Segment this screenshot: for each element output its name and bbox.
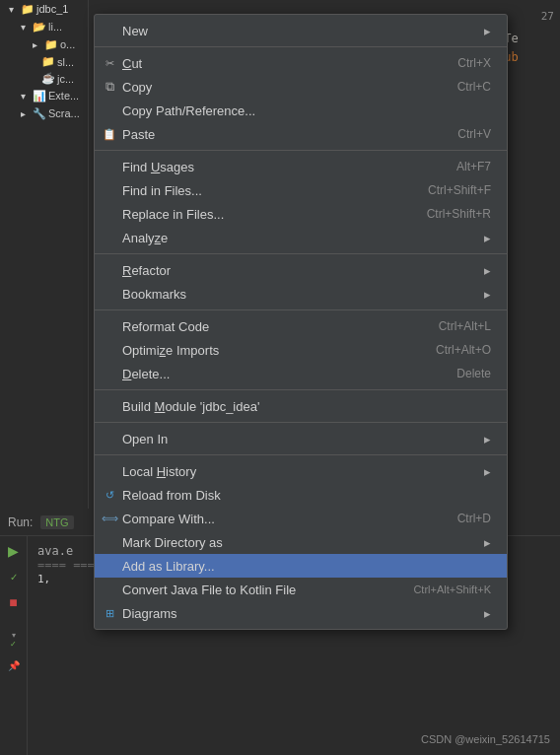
menu-label-local-history: Local History — [122, 464, 196, 479]
arrow-icon-refactor: ▸ — [445, 263, 491, 278]
compare-icon: ⟺ — [101, 510, 118, 527]
tree-item-jc[interactable]: ☕ jc... — [0, 70, 88, 87]
java-output-text: ava.e — [37, 544, 73, 558]
menu-label-analyze: Analyze — [122, 231, 168, 245]
tree-label-exte: Exte... — [48, 90, 79, 102]
menu-item-build-module[interactable]: Build Module 'jdbc_idea' — [95, 394, 507, 418]
shortcut-find-in-files: Ctrl+Shift+F — [388, 183, 491, 197]
menu-item-analyze[interactable]: Analyze ▸ — [95, 226, 507, 249]
tree-label-jdbc1: jdbc_1 — [36, 3, 68, 15]
menu-label-refactor: Refactor — [122, 263, 171, 278]
expand-icon-exte: ▾ — [16, 89, 30, 103]
arrow-icon-mark-directory: ▸ — [445, 535, 491, 550]
menu-item-optimize-imports[interactable]: Optimize Imports Ctrl+Alt+O — [95, 338, 507, 362]
shortcut-paste: Ctrl+V — [418, 127, 491, 141]
expand-icon: ▾ — [4, 2, 18, 16]
menu-label-find-in-files: Find in Files... — [122, 183, 202, 198]
tree-label-jc: jc... — [57, 73, 74, 85]
arrow-icon-bookmarks: ▸ — [445, 287, 491, 302]
tree-item-li[interactable]: ▾ 📂 li... — [0, 18, 88, 35]
shortcut-cut: Ctrl+X — [418, 56, 491, 70]
menu-item-new[interactable]: New ▸ — [95, 19, 507, 42]
diagrams-icon: ⊞ — [101, 604, 118, 622]
paste-icon: 📋 — [101, 125, 118, 143]
menu-label-copy-path: Copy Path/Reference... — [122, 103, 255, 118]
shortcut-compare: Ctrl+D — [418, 512, 491, 525]
menu-label-find-usages: Find Usages — [122, 160, 194, 174]
tree-icon-sl: 📁 — [41, 55, 55, 68]
menu-item-cut[interactable]: ✂ Cut Ctrl+X — [95, 51, 507, 75]
shortcut-find-usages: Alt+F7 — [417, 160, 491, 173]
tree-icon-jc: ☕ — [41, 72, 55, 85]
menu-label-open-in: Open In — [122, 432, 168, 446]
arrow-icon-diagrams: ▸ — [445, 606, 491, 621]
menu-item-replace-in-files[interactable]: Replace in Files... Ctrl+Shift+R — [95, 202, 507, 226]
shortcut-replace-in-files: Ctrl+Shift+R — [387, 207, 491, 221]
cut-icon: ✂ — [101, 54, 118, 72]
tree-label-sl: sl... — [57, 56, 74, 68]
shortcut-convert-java: Ctrl+Alt+Shift+K — [374, 583, 491, 595]
run-button[interactable]: ▶ — [3, 540, 25, 562]
menu-label-copy: Copy — [122, 80, 152, 95]
menu-label-optimize-imports: Optimize Imports — [122, 343, 219, 358]
menu-label-add-library: Add as Library... — [122, 559, 215, 574]
tree-item-o[interactable]: ▸ 📁 o... — [0, 35, 88, 53]
menu-item-local-history[interactable]: Local History ▸ — [95, 459, 507, 483]
menu-item-find-usages[interactable]: Find Usages Alt+F7 — [95, 155, 507, 178]
menu-label-delete: Delete... — [122, 367, 170, 381]
menu-item-delete[interactable]: Delete... Delete — [95, 362, 507, 385]
menu-item-mark-directory[interactable]: Mark Directory as ▸ — [95, 530, 507, 554]
menu-item-bookmarks[interactable]: Bookmarks ▸ — [95, 282, 507, 306]
separator-5 — [95, 389, 507, 390]
menu-item-open-in[interactable]: Open In ▸ — [95, 427, 507, 450]
menu-label-diagrams: Diagrams — [122, 606, 177, 621]
shortcut-reformat: Ctrl+Alt+L — [399, 319, 491, 333]
ntg-badge: NTG — [40, 515, 73, 529]
expand-icon-o: ▸ — [28, 37, 41, 51]
tree-icon-project: 📁 — [21, 3, 35, 16]
tree-item-exte[interactable]: ▾ 📊 Exte... — [0, 87, 88, 104]
arrow-icon-open-in: ▸ — [445, 432, 491, 446]
tree-item-sl[interactable]: 📁 sl... — [0, 53, 88, 70]
shortcut-delete: Delete — [417, 367, 491, 380]
tree-label-o: o... — [60, 38, 75, 50]
menu-item-compare[interactable]: ⟺ Compare With... Ctrl+D — [95, 507, 507, 530]
tree-label-scra: Scra... — [48, 107, 80, 119]
separator-6 — [95, 422, 507, 423]
menu-label-mark-directory: Mark Directory as — [122, 535, 223, 550]
menu-item-add-library[interactable]: Add as Library... — [95, 554, 507, 578]
arrow-icon-new: ▸ — [445, 24, 491, 38]
menu-label-bookmarks: Bookmarks — [122, 287, 186, 302]
menu-item-copy[interactable]: ⧉ Copy Ctrl+C — [95, 75, 507, 99]
menu-item-diagrams[interactable]: ⊞ Diagrams ▸ — [95, 601, 507, 625]
menu-label-convert-java: Convert Java File to Kotlin File — [122, 583, 296, 597]
menu-item-paste[interactable]: 📋 Paste Ctrl+V — [95, 122, 507, 146]
menu-label-cut: Cut — [122, 56, 142, 71]
check-button[interactable]: ✓ — [3, 566, 25, 587]
copy-icon: ⧉ — [101, 78, 118, 96]
menu-label-paste: Paste — [122, 127, 155, 142]
menu-label-new: New — [122, 24, 148, 38]
separator-3 — [95, 253, 507, 254]
shortcut-optimize-imports: Ctrl+Alt+O — [396, 343, 491, 357]
menu-label-compare: Compare With... — [122, 512, 215, 526]
scroll-down-button[interactable]: ▾ ✓ — [3, 629, 25, 651]
tree-item-jdbc1[interactable]: ▾ 📁 jdbc_1 — [0, 0, 88, 18]
separator-7 — [95, 454, 507, 455]
menu-item-find-in-files[interactable]: Find in Files... Ctrl+Shift+F — [95, 178, 507, 202]
menu-item-reload[interactable]: ↺ Reload from Disk — [95, 483, 507, 507]
menu-item-reformat[interactable]: Reformat Code Ctrl+Alt+L — [95, 314, 507, 338]
watermark-text: CSDN @weixin_52614715 — [421, 733, 550, 745]
tree-item-scra[interactable]: ▸ 🔧 Scra... — [0, 104, 88, 122]
tree-icon-li: 📂 — [33, 21, 46, 34]
stop-button[interactable]: ■ — [3, 591, 25, 613]
tree-icon-scra: 🔧 — [33, 107, 46, 120]
menu-item-refactor[interactable]: Refactor ▸ — [95, 258, 507, 282]
shortcut-copy: Ctrl+C — [418, 80, 491, 94]
pin-button[interactable]: 📌 — [3, 654, 25, 676]
menu-item-convert-java[interactable]: Convert Java File to Kotlin File Ctrl+Al… — [95, 578, 507, 601]
expand-icon-scra: ▸ — [16, 106, 30, 120]
menu-item-copy-path[interactable]: Copy Path/Reference... — [95, 99, 507, 122]
separator-2 — [95, 150, 507, 151]
menu-label-reload: Reload from Disk — [122, 488, 221, 503]
